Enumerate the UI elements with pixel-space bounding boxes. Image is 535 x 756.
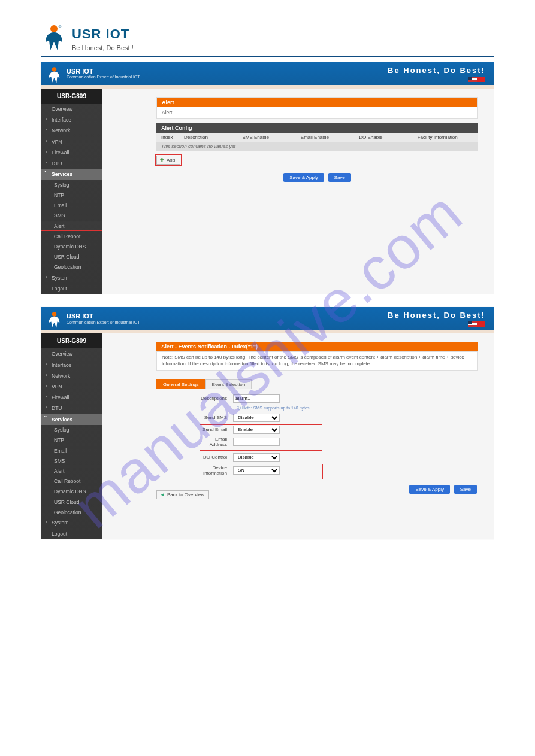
descriptions-input[interactable] xyxy=(233,394,280,403)
nav-email[interactable]: Email xyxy=(41,201,102,211)
save-button[interactable]: Save xyxy=(328,173,351,182)
tab-event-selection[interactable]: Event Selection xyxy=(205,379,252,389)
save-apply-button[interactable]: Save & Apply xyxy=(409,485,450,494)
send-email-label: Send Email xyxy=(200,427,233,432)
nav-system[interactable]: System xyxy=(41,272,102,283)
flag-cn-icon[interactable] xyxy=(477,321,485,327)
banner-accent-strip xyxy=(41,330,494,333)
nav-overview[interactable]: Overview xyxy=(41,104,102,114)
nav-dyndns[interactable]: Dynamic DNS xyxy=(41,487,102,497)
nav-dtu[interactable]: DTU xyxy=(41,158,102,169)
flag-us-icon[interactable] xyxy=(468,321,477,327)
nav-syslog[interactable]: Syslog xyxy=(41,180,102,190)
nav-ntp[interactable]: NTP xyxy=(41,435,102,445)
device-info-highlight: Device Information SN xyxy=(189,464,323,479)
descriptions-label: Descriptions xyxy=(156,396,233,401)
add-button-label: Add xyxy=(167,157,175,163)
screenshot-alert-config: USR IOT Communication Expert of Industri… xyxy=(41,62,494,294)
nav-dtu[interactable]: DTU xyxy=(41,403,102,414)
nav-geolocation[interactable]: Geolocation xyxy=(41,507,102,517)
nav-services[interactable]: Services xyxy=(41,414,102,425)
email-group-highlight: Send Email Enable Email Address xyxy=(200,424,322,451)
flag-cn-icon[interactable] xyxy=(477,77,485,82)
nav-network[interactable]: Network xyxy=(41,125,102,136)
nav-network[interactable]: Network xyxy=(41,371,102,381)
plus-icon: ✚ xyxy=(160,157,164,163)
nav-system[interactable]: System xyxy=(41,517,102,528)
save-apply-button[interactable]: Save & Apply xyxy=(283,173,324,182)
app-banner: USR IOT Communication Expert of Industri… xyxy=(41,62,494,85)
send-email-select[interactable]: Enable xyxy=(233,426,280,434)
send-sms-select[interactable]: Disable xyxy=(233,414,280,422)
nav-interface[interactable]: Interface xyxy=(41,360,102,371)
page-logo-slogan: Be Honest, Do Best ! xyxy=(72,44,134,51)
nav-logout[interactable]: Logout xyxy=(41,283,102,294)
back-icon: ◄ xyxy=(160,492,165,497)
alert-panel: Alert Alert xyxy=(156,97,478,119)
footer-rule xyxy=(41,719,494,719)
tabs: General Settings Event Selection xyxy=(156,379,478,388)
device-title: USR-G809 xyxy=(41,333,102,348)
col-description: Description xyxy=(184,135,240,140)
device-info-label: Device Information xyxy=(189,465,233,476)
banner-brand: USR IOT xyxy=(67,68,140,75)
banner-slogan: Be Honest, Do Best! xyxy=(388,66,485,75)
tab-general-settings[interactable]: General Settings xyxy=(156,379,205,389)
device-title: USR-G809 xyxy=(41,89,102,104)
banner-subtitle: Communication Expert of Industrial IOT xyxy=(67,75,140,80)
nav-usrcloud[interactable]: USR Cloud xyxy=(41,497,102,507)
col-do-enable: DO Enable xyxy=(359,135,415,140)
nav-geolocation[interactable]: Geolocation xyxy=(41,262,102,272)
svg-text:®: ® xyxy=(59,26,61,28)
table-head-row: Index Description SMS Enable Email Enabl… xyxy=(156,133,478,142)
nav-alert[interactable]: Alert xyxy=(41,466,102,476)
email-address-input[interactable] xyxy=(233,438,280,446)
back-to-overview-label: Back to Overview xyxy=(167,492,204,497)
nav-ntp[interactable]: NTP xyxy=(41,190,102,201)
nav-firewall[interactable]: Firewall xyxy=(41,147,102,158)
nav-logout[interactable]: Logout xyxy=(41,529,102,539)
nav-interface[interactable]: Interface xyxy=(41,114,102,125)
nav-syslog[interactable]: Syslog xyxy=(41,425,102,435)
nav-firewall[interactable]: Firewall xyxy=(41,392,102,403)
nav-dyndns[interactable]: Dynamic DNS xyxy=(41,241,102,251)
event-panel-note: Note: SMS can be up to 140 bytes long. T… xyxy=(156,351,478,371)
flag-us-icon[interactable] xyxy=(468,77,477,82)
nav-vpn[interactable]: VPN xyxy=(41,136,102,147)
svg-point-0 xyxy=(50,25,58,32)
back-to-overview-button[interactable]: ◄ Back to Overview xyxy=(156,490,209,499)
nav-sms[interactable]: SMS xyxy=(41,211,102,221)
nav-callreboot[interactable]: Call Reboot xyxy=(41,231,102,241)
nav-overview[interactable]: Overview xyxy=(41,348,102,359)
nav-vpn[interactable]: VPN xyxy=(41,381,102,392)
event-panel-title: Alert - Events Notification - Index("1") xyxy=(156,342,478,351)
col-facility-info: Facility Information xyxy=(418,135,473,140)
svg-point-4 xyxy=(52,312,57,317)
app-banner: USR IOT Communication Expert of Industri… xyxy=(41,307,494,330)
col-sms-enable: SMS Enable xyxy=(242,135,298,140)
settings-form: Descriptions Note: SMS supports up to 14… xyxy=(156,394,478,479)
add-button[interactable]: ✚ Add xyxy=(156,156,180,165)
content-area: Alert - Events Notification - Index("1")… xyxy=(102,333,494,539)
device-info-select[interactable]: SN xyxy=(233,466,280,475)
do-control-select[interactable]: Disable xyxy=(233,453,280,462)
nav-alert[interactable]: Alert xyxy=(41,221,102,231)
nav-callreboot[interactable]: Call Reboot xyxy=(41,476,102,487)
nav-services[interactable]: Services xyxy=(41,169,102,180)
banner-brand: USR IOT xyxy=(67,312,140,320)
header-rule xyxy=(41,56,494,57)
nav-usrcloud[interactable]: USR Cloud xyxy=(41,252,102,262)
descriptions-hint: Note: SMS supports up to 140 bytes xyxy=(237,405,309,411)
nav-sms[interactable]: SMS xyxy=(41,456,102,466)
alert-config-header: Alert Config xyxy=(156,123,478,133)
svg-point-3 xyxy=(52,67,57,72)
nav-email[interactable]: Email xyxy=(41,445,102,456)
send-sms-label: Send SMS xyxy=(156,415,233,420)
sidebar: USR-G809 Overview Interface Network VPN … xyxy=(41,89,102,294)
do-control-label: DO Control xyxy=(156,454,233,460)
banner-slogan: Be Honest, Do Best! xyxy=(388,311,485,320)
email-address-label: Email Address xyxy=(200,436,233,447)
alert-panel-title: Alert xyxy=(157,98,477,107)
content-area: Alert Alert Alert Config Index Descripti… xyxy=(102,89,494,294)
save-button[interactable]: Save xyxy=(454,485,477,494)
